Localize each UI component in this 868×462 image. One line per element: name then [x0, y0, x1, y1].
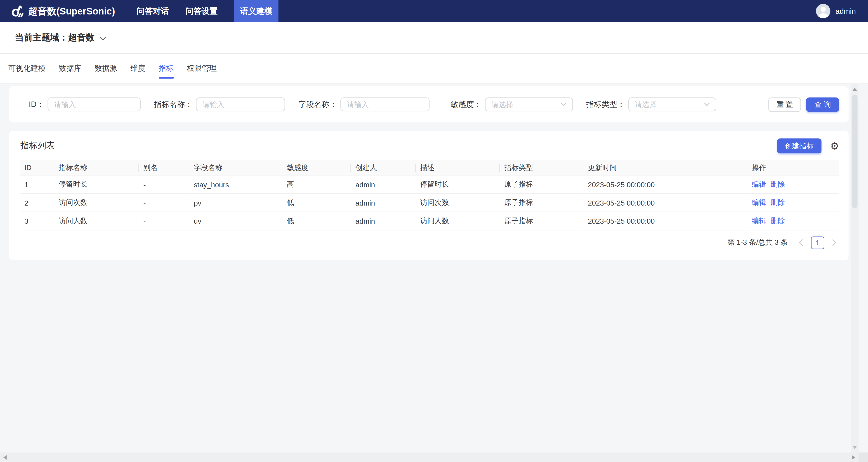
supersonic-logo-icon: [9, 4, 24, 19]
metric-name-filter-label: 指标名称：: [154, 99, 193, 110]
horizontal-scrollbar[interactable]: [0, 453, 868, 462]
cell-name: 访问人数: [54, 212, 139, 230]
metric-name-filter-input[interactable]: [196, 97, 285, 111]
metric-type-select-placeholder: 请选择: [635, 99, 657, 110]
filter-field-name: 字段名称：: [298, 97, 430, 111]
tab-visual-modeling[interactable]: 可视化建模: [8, 54, 46, 83]
filter-buttons: 重 置 查 询: [768, 97, 839, 112]
cell-creator: admin: [351, 193, 416, 212]
main-nav: 问答对话 问答设置 语义建模: [137, 0, 278, 22]
chevron-down-icon: [704, 102, 710, 106]
cell-description: 停留时长: [416, 175, 500, 193]
pagination-page-1[interactable]: 1: [811, 236, 825, 249]
col-sensitivity: 敏感度: [282, 160, 351, 175]
domain-value[interactable]: 超音数: [68, 32, 95, 43]
metric-table: ID 指标名称 别名 字段名称 敏感度 创建人 描述 指标类型 更新时间 操作: [20, 160, 839, 230]
delete-link[interactable]: 删除: [771, 180, 785, 188]
cell-description: 访问次数: [416, 193, 500, 212]
filter-id: ID：: [9, 97, 141, 111]
cell-field: stay_hours: [189, 175, 282, 193]
edit-link[interactable]: 编辑: [752, 217, 766, 225]
content-area: ID： 指标名称： 字段名称： 敏感度： 请选择: [0, 84, 868, 260]
col-description: 描述: [416, 160, 500, 175]
table-row: 3 访问人数 - uv 低 admin 访问人数 原子指标 2023-05-25…: [20, 212, 839, 230]
cell-type: 原子指标: [500, 175, 583, 193]
col-metric-name: 指标名称: [54, 160, 139, 175]
user-name: admin: [835, 7, 856, 16]
metric-list-title: 指标列表: [21, 140, 55, 152]
metric-type-select[interactable]: 请选择: [628, 97, 716, 111]
delete-link[interactable]: 删除: [771, 198, 785, 207]
vertical-scrollbar[interactable]: [851, 84, 859, 453]
delete-link[interactable]: 删除: [771, 217, 785, 225]
cell-name: 访问次数: [54, 193, 139, 212]
reset-button[interactable]: 重 置: [768, 97, 801, 112]
nav-item-qa-settings[interactable]: 问答设置: [185, 0, 217, 22]
tab-database[interactable]: 数据库: [59, 54, 81, 83]
tab-datasource[interactable]: 数据源: [95, 54, 117, 83]
gear-icon[interactable]: ⚙: [830, 141, 839, 151]
id-filter-label: ID：: [9, 99, 44, 110]
scroll-right-arrow[interactable]: [852, 455, 855, 460]
col-alias: 别名: [139, 160, 189, 175]
scroll-up-arrow[interactable]: [852, 88, 857, 91]
cell-creator: admin: [351, 212, 416, 230]
app-window: 超音数(SuperSonic) 问答对话 问答设置 语义建模 admin 当前主…: [0, 0, 868, 462]
col-id: ID: [20, 160, 54, 175]
scroll-down-arrow[interactable]: [852, 446, 857, 449]
table-header-row: ID 指标名称 别名 字段名称 敏感度 创建人 描述 指标类型 更新时间 操作: [20, 160, 839, 175]
col-updated: 更新时间: [583, 160, 747, 175]
cell-id: 3: [20, 212, 54, 230]
cell-alias: -: [139, 193, 189, 212]
col-actions: 操作: [747, 160, 839, 175]
domain-bar: 当前主题域： 超音数: [0, 22, 868, 54]
col-creator: 创建人: [351, 160, 416, 175]
scroll-left-arrow[interactable]: [3, 455, 7, 460]
cell-updated: 2023-05-25 00:00:00: [583, 212, 747, 230]
nav-item-qa-dialog[interactable]: 问答对话: [137, 0, 169, 22]
chevron-right-icon[interactable]: [829, 237, 839, 249]
cell-sensitivity: 高: [282, 175, 351, 193]
model-tabbar: 可视化建模 数据库 数据源 维度 指标 权限管理: [0, 54, 868, 84]
field-name-filter-label: 字段名称：: [298, 99, 337, 110]
col-field-name: 字段名称: [189, 160, 282, 175]
filter-sensitivity: 敏感度： 请选择: [451, 97, 573, 111]
vertical-scroll-thumb[interactable]: [852, 95, 857, 208]
cell-creator: admin: [351, 175, 416, 193]
edit-link[interactable]: 编辑: [752, 198, 766, 207]
user-menu[interactable]: admin: [816, 0, 868, 22]
cell-field: uv: [189, 212, 282, 230]
cell-sensitivity: 低: [282, 193, 351, 212]
cell-field: pv: [189, 193, 282, 212]
chevron-down-icon[interactable]: [100, 36, 106, 41]
filter-metric-type: 指标类型： 请选择: [586, 97, 716, 111]
edit-link[interactable]: 编辑: [752, 180, 766, 188]
cell-id: 1: [20, 175, 54, 193]
avatar: [816, 4, 831, 18]
pagination-summary: 第 1-3 条/总共 3 条: [727, 238, 788, 248]
query-button[interactable]: 查 询: [806, 97, 839, 112]
metric-list-header: 指标列表 创建指标 ⚙: [20, 138, 839, 153]
sensitivity-select[interactable]: 请选择: [485, 97, 573, 111]
table-row: 2 访问次数 - pv 低 admin 访问次数 原子指标 2023-05-25…: [20, 193, 839, 212]
id-filter-input[interactable]: [48, 97, 141, 111]
table-row: 1 停留时长 - stay_hours 高 admin 停留时长 原子指标 20…: [20, 175, 839, 193]
sensitivity-select-placeholder: 请选择: [492, 99, 513, 110]
cell-updated: 2023-05-25 00:00:00: [583, 175, 747, 193]
tab-dimension[interactable]: 维度: [130, 54, 145, 83]
screen: 超音数(SuperSonic) 问答对话 问答设置 语义建模 admin 当前主…: [0, 0, 868, 462]
nav-item-semantic-modeling[interactable]: 语义建模: [234, 0, 278, 22]
cell-name: 停留时长: [54, 175, 139, 193]
scrollbar-corner: [859, 453, 868, 462]
tab-permission[interactable]: 权限管理: [187, 54, 217, 83]
metric-list-panel: 指标列表 创建指标 ⚙ ID 指标名称 别名 字段名称 敏感度: [9, 131, 848, 260]
metric-type-filter-label: 指标类型：: [586, 99, 625, 110]
chevron-left-icon[interactable]: [796, 237, 806, 249]
cell-updated: 2023-05-25 00:00:00: [583, 193, 747, 212]
chevron-down-icon: [561, 102, 566, 106]
domain-label: 当前主题域：: [15, 32, 68, 43]
tab-metric[interactable]: 指标: [159, 54, 174, 83]
brand-title: 超音数(SuperSonic): [28, 5, 115, 18]
field-name-filter-input[interactable]: [340, 97, 430, 111]
create-metric-button[interactable]: 创建指标: [777, 138, 822, 153]
